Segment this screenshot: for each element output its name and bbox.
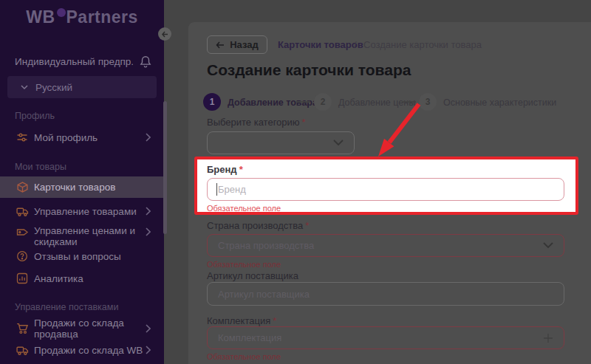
back-button-label: Назад	[230, 39, 259, 50]
step-2-label: Добавление цены	[338, 97, 415, 108]
chevron-down-icon	[21, 85, 28, 90]
sidebar-item-goods-management[interactable]: Управление товарами	[0, 201, 164, 222]
plus-icon	[543, 333, 553, 343]
brand-label: Бренд*	[207, 164, 243, 175]
category-label: Выберите категорию*	[207, 117, 306, 128]
sidebar-item-label: Аналитика	[34, 273, 143, 284]
chevron-right-icon	[146, 346, 151, 354]
brand-input[interactable]	[207, 178, 564, 201]
sidebar-item-label: Управление ценами и скидками	[34, 225, 143, 247]
required-mark: *	[302, 117, 306, 128]
notifications-bell-icon[interactable]	[139, 55, 152, 69]
chevron-right-icon	[146, 227, 151, 236]
step-1-label: Добавление товара	[228, 97, 318, 108]
section-title-goods: Мои товары	[15, 162, 66, 172]
sidebar-item-reviews-questions[interactable]: Отзывы и вопросы	[0, 246, 164, 267]
section-title-profile: Профиль	[15, 111, 55, 121]
step-2-circle[interactable]: 2	[314, 93, 332, 111]
sidebar-collapse-button[interactable]	[158, 27, 171, 41]
required-mark: *	[239, 164, 243, 175]
sidebar-item-sales-seller-warehouse[interactable]: Продажи со склада продавца	[0, 318, 164, 339]
bundle-input[interactable]	[208, 327, 564, 348]
sidebar-item-label: Мой профиль	[34, 132, 143, 143]
sidebar-scrollbar-thumb[interactable]	[163, 101, 167, 234]
sidebar-item-label: Карточки товаров	[34, 182, 143, 193]
category-select[interactable]	[207, 131, 355, 154]
required-mark: *	[273, 315, 276, 326]
country-select[interactable]: Страна производства	[207, 234, 564, 257]
price-tag-icon	[16, 226, 29, 238]
language-label: Русский	[35, 82, 72, 93]
brand-highlight-annotation-box: Бренд* Обязательное поле	[194, 157, 578, 215]
step-3-circle[interactable]: 3	[419, 93, 437, 111]
chevron-down-icon	[333, 140, 344, 146]
arrow-left-icon	[161, 31, 168, 38]
shopping-cart-icon	[16, 323, 29, 335]
sidebar-item-label: Продажи со склада WB	[34, 345, 143, 356]
bundle-error-text: Обязательное поле	[207, 352, 281, 361]
page-title: Создание карточки товара	[207, 61, 411, 79]
sidebar: WB Partners Индивидуальный предпр... Рус…	[0, 0, 164, 364]
truck-icon	[16, 205, 29, 218]
bundle-label: Комплектация*	[207, 315, 276, 326]
wb-partners-logo: WB Partners	[0, 7, 164, 27]
chevron-down-icon	[543, 242, 553, 249]
text-cursor-caret	[216, 183, 217, 196]
breadcrumb-current: Создание карточки товара	[363, 39, 482, 50]
logo-dot-icon	[57, 8, 66, 17]
bundle-field	[207, 326, 564, 349]
chevron-right-icon	[146, 324, 151, 333]
logo-partners-text: Partners	[66, 7, 138, 27]
question-circle-icon	[16, 250, 29, 263]
truck-icon	[16, 344, 29, 357]
add-bundle-item-button[interactable]	[543, 333, 553, 343]
sidebar-item-product-cards[interactable]: Карточки товаров	[0, 176, 164, 198]
sidebar-item-label: Продажи со склада продавца	[34, 317, 143, 340]
breadcrumb-parent[interactable]: Карточки товаров	[278, 39, 363, 50]
sliders-icon	[16, 131, 29, 144]
article-label: Артикул поставщика	[207, 270, 298, 281]
sidebar-item-analytics[interactable]: Аналитика	[0, 268, 164, 289]
sidebar-item-label: Отзывы и вопросы	[34, 251, 143, 262]
language-selector[interactable]: Русский	[7, 76, 157, 98]
article-input[interactable]	[207, 282, 564, 306]
sidebar-item-sales-wb-warehouse[interactable]: Продажи со склада WB	[0, 340, 164, 360]
step-connector	[402, 101, 416, 103]
user-name: Индивидуальный предпр...	[15, 56, 133, 67]
chevron-right-icon	[146, 133, 151, 142]
logo-wb-text: WB	[26, 7, 55, 27]
breadcrumb-separator: /	[354, 39, 357, 50]
arrow-left-icon	[216, 41, 225, 49]
country-error-text: Обязательное поле	[207, 260, 281, 269]
step-connector	[296, 101, 310, 103]
bar-chart-icon	[16, 272, 29, 285]
required-mark: *	[305, 220, 309, 231]
step-3-label: Основные характеристики	[443, 97, 556, 108]
chevron-right-icon	[146, 207, 151, 216]
brand-error-text: Обязательное поле	[207, 204, 281, 213]
section-title-supply: Управление поставками	[15, 302, 118, 312]
country-label: Страна производства*	[207, 220, 309, 231]
sidebar-item-my-profile[interactable]: Мой профиль	[0, 127, 164, 148]
sidebar-item-label: Управление товарами	[34, 206, 143, 217]
back-button[interactable]: Назад	[207, 35, 267, 54]
country-select-placeholder: Страна производства	[218, 240, 314, 251]
user-row: Индивидуальный предпр...	[15, 56, 155, 67]
step-1-circle[interactable]: 1	[203, 93, 221, 111]
package-box-icon	[16, 181, 29, 193]
